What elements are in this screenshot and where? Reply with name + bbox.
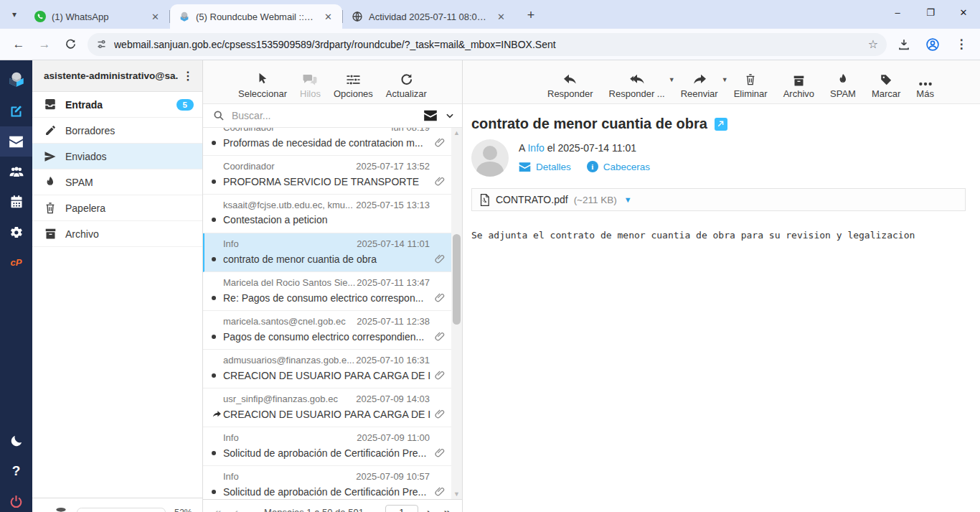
folder-item-enviados[interactable]: Enviados [32,144,202,169]
folder-item-archivo[interactable]: Archivo [32,221,202,247]
message-sender: maricela.santos@cnel.gob.ec [212,316,357,327]
message-row[interactable]: admusuarios@finanzas.gob.e...2025-07-10 … [203,350,451,388]
first-page-button[interactable]: « [210,506,225,512]
dropdown-caret-icon[interactable]: ▼ [722,76,728,83]
search-scope-icon[interactable] [423,110,438,121]
search-input[interactable] [232,110,416,121]
attachment-row[interactable]: CONTRATO.pdf (~211 KB) ▼ [471,188,966,211]
reload-button[interactable] [59,33,82,56]
tab-search-icon[interactable]: ▾ [4,4,24,24]
toolbar-label: Seleccionar [238,88,287,99]
message-row[interactable]: usr_sinfip@finanzas.gob.ec2025-07-09 14:… [203,388,451,427]
folder-item-papelera[interactable]: Papelera [32,195,202,221]
rail-calendar-button[interactable] [0,187,32,217]
folder-item-spam[interactable]: SPAM [32,169,202,195]
browser-tab[interactable]: (5) Roundcube Webmail :: Envia✕ [170,4,342,29]
bookmark-star-icon[interactable]: ☆ [868,37,878,51]
list-scrollbar[interactable]: ▲ ▼ [451,128,462,512]
tab-close-icon[interactable]: ✕ [494,10,508,24]
toolbar-hilos-button[interactable]: Hilos [296,70,325,99]
mail-toolbar-archivo-button[interactable]: Archivo [779,70,819,99]
folder-item-borradores[interactable]: Borradores [32,118,202,144]
mail-toolbar-responder-button[interactable]: Responder ...▼ [605,70,669,99]
message-date: 2025-07-11 12:38 [357,316,446,327]
download-icon[interactable] [892,33,915,56]
mail-toolbar-ms-button[interactable]: Más [912,70,938,99]
message-subject: Proformas de necesidad de contratacion m… [223,137,431,149]
url-bar[interactable]: webmail.sanjuan.gob.ec/cpsess1535909589/… [88,33,887,56]
rail-compose-button[interactable] [0,96,32,126]
scroll-down-icon[interactable]: ▼ [451,489,462,499]
mail-toolbar-spam-button[interactable]: SPAM [826,70,860,99]
details-toggle[interactable]: Detalles [519,162,571,172]
back-button[interactable]: ← [7,33,30,56]
message-row[interactable]: Info2025-07-09 11:00Solicitud de aprobac… [203,427,451,466]
message-subject: CREACION DE USUARIO PARA CARGA DE I... [223,370,431,381]
paperclip-icon [434,369,446,381]
quota-progress [77,508,166,512]
attachment-menu-caret-icon[interactable]: ▼ [624,195,632,204]
mail-toolbar-reenviar-button[interactable]: Reenviar▼ [677,70,722,99]
url-text[interactable]: webmail.sanjuan.gob.ec/cpsess1535909589/… [114,39,868,50]
message-row[interactable]: maricela.santos@cnel.gob.ec2025-07-11 12… [203,311,451,350]
toolbar-label: Hilos [300,88,321,99]
minimize-button[interactable]: – [881,0,914,24]
message-row[interactable]: Info2025-07-14 11:01contrato de menor cu… [203,233,451,272]
restore-button[interactable]: ❐ [914,0,947,24]
last-page-button[interactable]: » [440,506,455,512]
message-subject: Pagos de consumo electrico correspondien… [223,331,431,343]
recipient-link[interactable]: Info [527,142,544,154]
rail-contacts-button[interactable] [0,157,32,187]
scrollbar-thumb[interactable] [453,234,461,325]
tab-close-icon[interactable]: ✕ [321,10,335,24]
account-menu-icon[interactable]: ⋮ [178,69,198,83]
site-info-icon[interactable] [96,39,107,50]
rail-help-button[interactable]: ? [0,456,32,486]
toolbar-opciones-button[interactable]: Opciones [329,70,377,99]
mail-toolbar-marcar-button[interactable]: Marcar [867,70,905,99]
folder-panel: asistente-administrativo@sa... ⋮ Entrada… [32,60,203,512]
prev-page-button[interactable]: ‹ [230,506,242,512]
tab-close-icon[interactable]: ✕ [149,10,162,24]
message-sender: Info [212,432,357,443]
browser-menu-icon[interactable]: ⋮ [950,33,973,56]
message-row[interactable]: ksaait@fcjse.utb.edu.ec, kmu...2025-07-1… [203,195,451,233]
folder-item-entrada[interactable]: Entrada5 [32,92,202,118]
profile-avatar[interactable] [921,33,944,56]
headers-toggle[interactable]: i Cabeceras [587,161,650,172]
paperclip-icon [434,175,446,187]
toolbar-actualizar-button[interactable]: Actualizar [382,70,431,99]
browser-tab[interactable]: Actividad 2025-07-11 08:00:00✕ [343,4,515,29]
scroll-up-icon[interactable]: ▲ [451,128,462,138]
search-options-chevron-icon[interactable] [445,111,455,121]
rail-mail-button[interactable] [0,126,32,157]
message-subject: Re: Pagos de consumo electrico correspon… [223,292,431,304]
browser-tab[interactable]: (1) WhatsApp✕ [26,4,169,29]
account-header[interactable]: asistente-administrativo@sa... ⋮ [32,60,202,92]
rail-logout-button[interactable] [0,486,32,512]
message-row[interactable]: Maricela del Rocio Santos Sie...2025-07-… [203,272,451,311]
message-subject: contrato de menor cuantia de obra [471,116,707,132]
paperclip-icon [434,485,446,498]
select-icon [256,70,269,86]
reply-all-icon [628,70,646,86]
new-tab-button[interactable]: + [521,5,541,25]
page-number-input[interactable] [385,505,418,512]
message-list-panel: SeleccionarHilosOpcionesActualizar Coord… [203,60,463,512]
message-row[interactable]: Coordinadorlun 08:19Proformas de necesid… [203,128,451,156]
rail-settings-button[interactable] [0,217,32,247]
rail-cpanel-button[interactable]: cP [0,247,32,277]
attachment-name[interactable]: CONTRATO.pdf [496,194,568,205]
toolbar-seleccionar-button[interactable]: Seleccionar [234,70,291,99]
mail-toolbar-eliminar-button[interactable]: Eliminar [730,70,772,99]
toolbar-label: Responder ... [609,88,665,99]
mail-toolbar-responder-button[interactable]: Responder [543,70,598,99]
next-page-button[interactable]: › [423,506,435,512]
forward-button[interactable]: → [33,33,56,56]
open-in-new-window-icon[interactable] [715,118,727,131]
unread-dot-icon [212,141,223,145]
close-button[interactable]: ✕ [947,0,980,24]
dropdown-caret-icon[interactable]: ▼ [669,76,675,83]
message-row[interactable]: Coordinador2025-07-17 13:52PROFORMA SERV… [203,156,451,195]
rail-dark-mode-button[interactable] [0,426,32,456]
